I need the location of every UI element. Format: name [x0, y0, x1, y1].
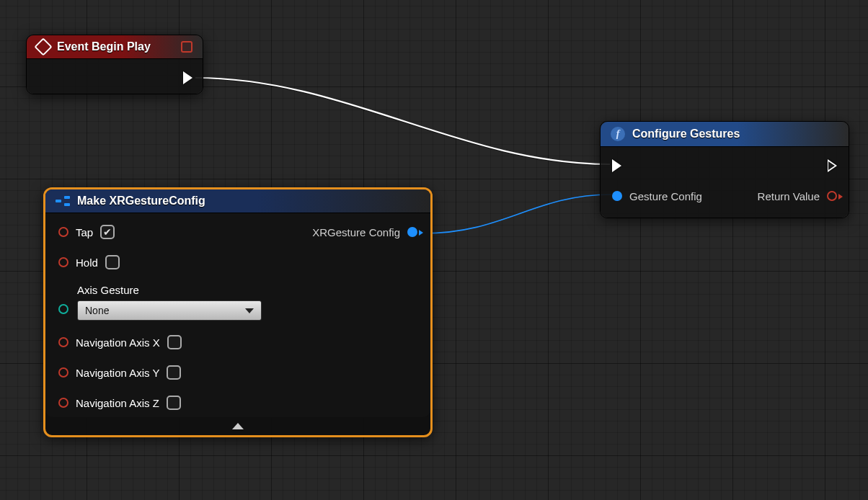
nav-x-checkbox[interactable] — [167, 335, 182, 349]
xrgesture-out-label: XRGesture Config — [312, 226, 400, 238]
configure-gestures-node[interactable]: f Configure Gestures Gesture Config Retu… — [600, 121, 849, 218]
event-node-header[interactable]: Event Begin Play — [27, 35, 203, 59]
tap-row: Tap — [58, 223, 312, 241]
exec-out-pin[interactable] — [183, 71, 192, 84]
event-node-body — [27, 59, 203, 94]
struct-wire — [422, 195, 611, 233]
nav-z-label: Navigation Axis Z — [76, 397, 159, 409]
hold-checkbox[interactable] — [105, 255, 120, 269]
gesture-config-in-pin[interactable] — [612, 191, 622, 201]
make-node-title: Make XRGestureConfig — [77, 195, 205, 207]
xrgesture-out-row: XRGesture Config — [312, 223, 417, 241]
exec-wire — [195, 78, 610, 164]
nav-z-row: Navigation Axis Z — [58, 394, 312, 411]
function-icon: f — [611, 127, 625, 141]
tap-label: Tap — [76, 226, 93, 238]
make-node-body: Tap Hold Axis Gesture None — [45, 213, 430, 417]
exec-out-pin[interactable] — [828, 159, 837, 172]
nav-z-pin[interactable] — [58, 398, 68, 408]
configure-node-body: Gesture Config Return Value — [601, 147, 849, 218]
return-value-row: Return Value — [758, 187, 837, 205]
configure-node-title: Configure Gestures — [632, 128, 740, 140]
struct-icon — [56, 195, 70, 207]
hold-label: Hold — [76, 256, 98, 269]
nav-z-checkbox[interactable] — [167, 396, 181, 410]
exec-in-row — [612, 157, 621, 174]
gesture-config-in-label: Gesture Config — [629, 190, 702, 202]
axis-gesture-row: Axis Gesture None — [58, 284, 312, 321]
axis-gesture-selected: None — [85, 305, 109, 316]
make-node-header[interactable]: Make XRGestureConfig — [45, 189, 430, 213]
axis-gesture-pin[interactable] — [58, 304, 68, 314]
nav-y-checkbox[interactable] — [167, 365, 181, 380]
nav-y-row: Navigation Axis Y — [58, 364, 312, 381]
exec-in-pin[interactable] — [612, 159, 621, 172]
chevron-down-icon — [245, 308, 254, 313]
axis-gesture-dropdown[interactable]: None — [77, 300, 262, 321]
nav-y-label: Navigation Axis Y — [76, 367, 159, 379]
xrgesture-out-pin[interactable] — [407, 227, 417, 237]
expand-node-arrow[interactable] — [232, 423, 244, 429]
exec-out-row — [828, 157, 837, 174]
delegate-pin[interactable] — [181, 41, 192, 53]
nav-y-pin[interactable] — [58, 367, 68, 378]
axis-gesture-label: Axis Gesture — [77, 284, 262, 296]
tap-checkbox[interactable] — [100, 225, 115, 239]
event-begin-play-node[interactable]: Event Begin Play — [26, 35, 203, 94]
nav-x-label: Navigation Axis X — [76, 336, 160, 349]
tap-pin[interactable] — [58, 227, 68, 237]
gesture-config-in-row: Gesture Config — [612, 187, 702, 205]
hold-pin[interactable] — [58, 257, 68, 267]
event-icon — [34, 37, 52, 55]
nav-x-pin[interactable] — [58, 337, 68, 347]
make-xrgestureconfig-node[interactable]: Make XRGestureConfig Tap Hold Axis Gestu… — [43, 187, 433, 437]
nav-x-row: Navigation Axis X — [58, 334, 312, 351]
hold-row: Hold — [58, 254, 312, 271]
configure-node-header[interactable]: f Configure Gestures — [601, 122, 849, 147]
return-value-pin[interactable] — [827, 191, 837, 201]
event-node-title: Event Begin Play — [57, 40, 151, 53]
return-value-label: Return Value — [758, 190, 820, 202]
